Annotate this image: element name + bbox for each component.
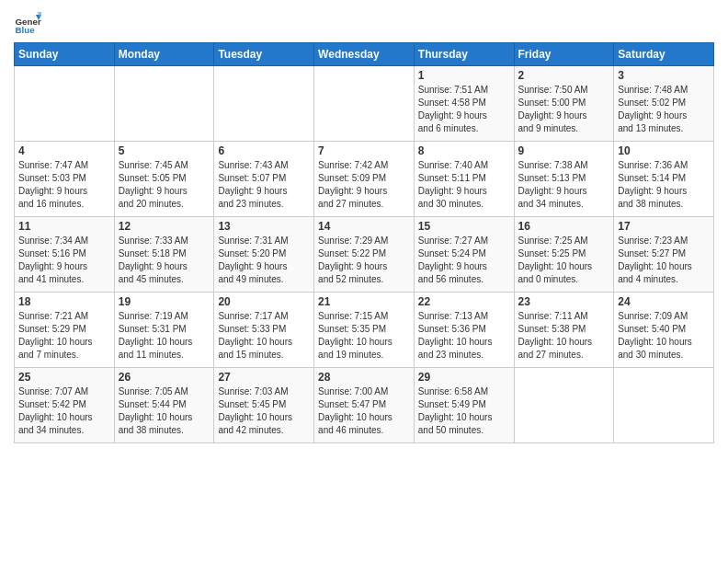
- day-number: 18: [18, 295, 110, 308]
- calendar-cell: 10Sunrise: 7:36 AM Sunset: 5:14 PM Dayli…: [614, 142, 714, 217]
- header-cell-monday: Monday: [114, 43, 214, 66]
- header-cell-tuesday: Tuesday: [214, 43, 314, 66]
- calendar-cell: 24Sunrise: 7:09 AM Sunset: 5:40 PM Dayli…: [614, 293, 714, 368]
- calendar-cell: 27Sunrise: 7:03 AM Sunset: 5:45 PM Dayli…: [214, 368, 314, 443]
- day-number: 15: [418, 220, 510, 233]
- day-info: Sunrise: 7:34 AM Sunset: 5:16 PM Dayligh…: [18, 235, 110, 286]
- day-info: Sunrise: 7:33 AM Sunset: 5:18 PM Dayligh…: [119, 235, 210, 286]
- day-info: Sunrise: 7:47 AM Sunset: 5:03 PM Dayligh…: [18, 159, 110, 211]
- day-info: Sunrise: 7:50 AM Sunset: 5:00 PM Dayligh…: [518, 84, 610, 135]
- calendar-cell: 9Sunrise: 7:38 AM Sunset: 5:13 PM Daylig…: [514, 142, 614, 217]
- calendar-cell: 3Sunrise: 7:48 AM Sunset: 5:02 PM Daylig…: [614, 66, 714, 142]
- calendar-cell: 15Sunrise: 7:27 AM Sunset: 5:24 PM Dayli…: [414, 217, 514, 293]
- day-info: Sunrise: 7:42 AM Sunset: 5:09 PM Dayligh…: [318, 159, 410, 211]
- calendar-cell: 25Sunrise: 7:07 AM Sunset: 5:42 PM Dayli…: [15, 368, 115, 443]
- header-cell-wednesday: Wednesday: [314, 43, 415, 66]
- day-number: 14: [318, 220, 410, 233]
- calendar-cell: 4Sunrise: 7:47 AM Sunset: 5:03 PM Daylig…: [15, 142, 115, 217]
- day-number: 11: [18, 220, 110, 233]
- day-number: 22: [418, 295, 510, 308]
- calendar-cell: [514, 368, 614, 443]
- day-info: Sunrise: 7:25 AM Sunset: 5:25 PM Dayligh…: [518, 235, 610, 286]
- header-cell-saturday: Saturday: [614, 43, 714, 66]
- calendar-cell: 1Sunrise: 7:51 AM Sunset: 4:58 PM Daylig…: [414, 66, 514, 142]
- day-number: 7: [318, 144, 410, 157]
- day-number: 21: [318, 295, 410, 308]
- calendar-cell: [15, 66, 115, 142]
- header-cell-thursday: Thursday: [414, 43, 514, 66]
- calendar-cell: 17Sunrise: 7:23 AM Sunset: 5:27 PM Dayli…: [614, 217, 714, 293]
- day-number: 23: [518, 295, 610, 308]
- day-number: 17: [618, 220, 710, 233]
- page-container: General Blue SundayMondayTuesdayWednesda…: [0, 0, 728, 448]
- day-info: Sunrise: 7:23 AM Sunset: 5:27 PM Dayligh…: [618, 235, 710, 286]
- day-info: Sunrise: 7:48 AM Sunset: 5:02 PM Dayligh…: [618, 84, 710, 135]
- day-number: 5: [119, 144, 210, 157]
- calendar-cell: 12Sunrise: 7:33 AM Sunset: 5:18 PM Dayli…: [114, 217, 214, 293]
- day-number: 27: [218, 371, 310, 384]
- calendar-table: SundayMondayTuesdayWednesdayThursdayFrid…: [14, 42, 714, 443]
- week-row-4: 18Sunrise: 7:21 AM Sunset: 5:29 PM Dayli…: [15, 293, 714, 368]
- day-info: Sunrise: 7:17 AM Sunset: 5:33 PM Dayligh…: [218, 310, 310, 362]
- day-number: 20: [218, 295, 310, 308]
- day-number: 19: [119, 295, 210, 308]
- day-info: Sunrise: 7:13 AM Sunset: 5:36 PM Dayligh…: [418, 310, 510, 362]
- day-info: Sunrise: 6:58 AM Sunset: 5:49 PM Dayligh…: [418, 385, 510, 437]
- day-number: 1: [418, 69, 510, 82]
- calendar-cell: 6Sunrise: 7:43 AM Sunset: 5:07 PM Daylig…: [214, 142, 314, 217]
- day-info: Sunrise: 7:45 AM Sunset: 5:05 PM Dayligh…: [119, 159, 210, 211]
- week-row-5: 25Sunrise: 7:07 AM Sunset: 5:42 PM Dayli…: [15, 368, 714, 443]
- day-number: 3: [618, 69, 710, 82]
- calendar-cell: 20Sunrise: 7:17 AM Sunset: 5:33 PM Dayli…: [214, 293, 314, 368]
- svg-text:Blue: Blue: [16, 25, 36, 35]
- day-info: Sunrise: 7:03 AM Sunset: 5:45 PM Dayligh…: [218, 385, 310, 437]
- calendar-cell: [314, 66, 415, 142]
- day-info: Sunrise: 7:19 AM Sunset: 5:31 PM Dayligh…: [119, 310, 210, 362]
- day-number: 4: [18, 144, 110, 157]
- header-row: SundayMondayTuesdayWednesdayThursdayFrid…: [15, 43, 714, 66]
- day-number: 25: [18, 371, 110, 384]
- calendar-cell: 22Sunrise: 7:13 AM Sunset: 5:36 PM Dayli…: [414, 293, 514, 368]
- calendar-cell: 14Sunrise: 7:29 AM Sunset: 5:22 PM Dayli…: [314, 217, 415, 293]
- day-info: Sunrise: 7:40 AM Sunset: 5:11 PM Dayligh…: [418, 159, 510, 211]
- day-number: 6: [218, 144, 310, 157]
- day-info: Sunrise: 7:07 AM Sunset: 5:42 PM Dayligh…: [18, 385, 110, 437]
- day-number: 12: [119, 220, 210, 233]
- logo-icon: General Blue: [14, 9, 41, 37]
- day-number: 10: [618, 144, 710, 157]
- week-row-3: 11Sunrise: 7:34 AM Sunset: 5:16 PM Dayli…: [15, 217, 714, 293]
- calendar-cell: 8Sunrise: 7:40 AM Sunset: 5:11 PM Daylig…: [414, 142, 514, 217]
- calendar-cell: [114, 66, 214, 142]
- calendar-cell: 13Sunrise: 7:31 AM Sunset: 5:20 PM Dayli…: [214, 217, 314, 293]
- calendar-cell: 5Sunrise: 7:45 AM Sunset: 5:05 PM Daylig…: [114, 142, 214, 217]
- day-number: 24: [618, 295, 710, 308]
- calendar-cell: 19Sunrise: 7:19 AM Sunset: 5:31 PM Dayli…: [114, 293, 214, 368]
- day-info: Sunrise: 7:09 AM Sunset: 5:40 PM Dayligh…: [618, 310, 710, 362]
- day-number: 2: [518, 69, 610, 82]
- day-info: Sunrise: 7:27 AM Sunset: 5:24 PM Dayligh…: [418, 235, 510, 286]
- week-row-1: 1Sunrise: 7:51 AM Sunset: 4:58 PM Daylig…: [15, 66, 714, 142]
- day-info: Sunrise: 7:36 AM Sunset: 5:14 PM Dayligh…: [618, 159, 710, 211]
- calendar-cell: 26Sunrise: 7:05 AM Sunset: 5:44 PM Dayli…: [114, 368, 214, 443]
- calendar-cell: 23Sunrise: 7:11 AM Sunset: 5:38 PM Dayli…: [514, 293, 614, 368]
- calendar-cell: 11Sunrise: 7:34 AM Sunset: 5:16 PM Dayli…: [15, 217, 115, 293]
- header-cell-friday: Friday: [514, 43, 614, 66]
- day-number: 8: [418, 144, 510, 157]
- day-number: 26: [119, 371, 210, 384]
- calendar-cell: 16Sunrise: 7:25 AM Sunset: 5:25 PM Dayli…: [514, 217, 614, 293]
- calendar-cell: 21Sunrise: 7:15 AM Sunset: 5:35 PM Dayli…: [314, 293, 415, 368]
- calendar-cell: [614, 368, 714, 443]
- day-info: Sunrise: 7:51 AM Sunset: 4:58 PM Dayligh…: [418, 84, 510, 135]
- day-number: 29: [418, 371, 510, 384]
- day-number: 16: [518, 220, 610, 233]
- day-info: Sunrise: 7:15 AM Sunset: 5:35 PM Dayligh…: [318, 310, 410, 362]
- day-info: Sunrise: 7:00 AM Sunset: 5:47 PM Dayligh…: [318, 385, 410, 437]
- header: General Blue: [14, 9, 714, 37]
- calendar-cell: 2Sunrise: 7:50 AM Sunset: 5:00 PM Daylig…: [514, 66, 614, 142]
- day-info: Sunrise: 7:31 AM Sunset: 5:20 PM Dayligh…: [218, 235, 310, 286]
- header-cell-sunday: Sunday: [15, 43, 115, 66]
- calendar-cell: 29Sunrise: 6:58 AM Sunset: 5:49 PM Dayli…: [414, 368, 514, 443]
- day-info: Sunrise: 7:11 AM Sunset: 5:38 PM Dayligh…: [518, 310, 610, 362]
- calendar-cell: [214, 66, 314, 142]
- day-info: Sunrise: 7:05 AM Sunset: 5:44 PM Dayligh…: [119, 385, 210, 437]
